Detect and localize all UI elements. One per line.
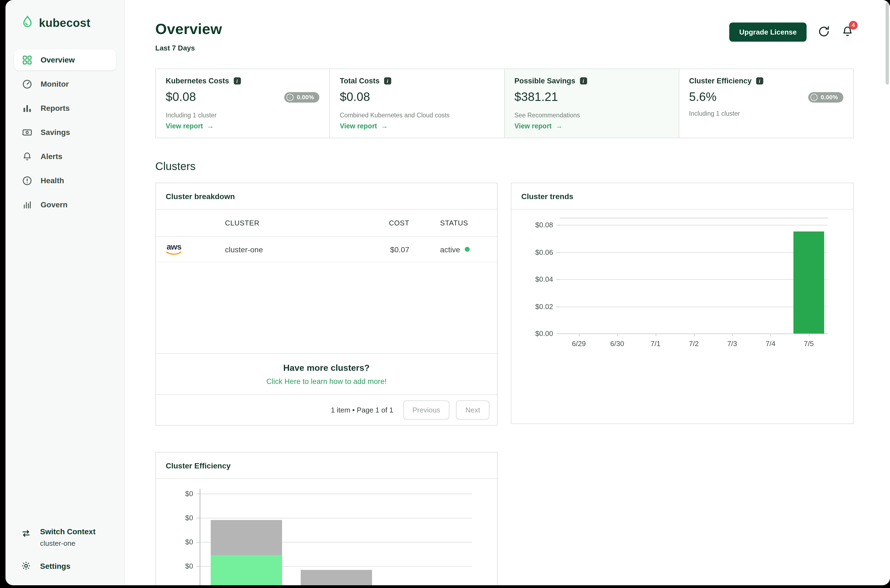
stat-card-description: See Recommendations [515,112,669,118]
stat-card-value: $0.08 [166,90,196,104]
sidebar-item-label: Savings [41,128,70,136]
arrow-right-icon: → [555,122,563,130]
bell-icon [22,151,32,162]
stat-card-title: Cluster Efficiency [689,77,752,85]
stat-card-value: 5.6% [689,90,717,104]
stat-card-title: Total Costs [340,77,380,85]
view-report-link[interactable]: View report → [340,122,494,130]
add-clusters-link[interactable]: Click Here to learn how to add more! [165,377,488,386]
switch-context[interactable]: Switch Context cluster-one [21,527,116,548]
info-icon[interactable]: i [234,77,241,84]
kubecost-logo-icon [21,15,34,31]
switch-arrows-icon [21,528,31,538]
total-cost-bar [301,570,372,585]
sidebar-nav: Overview Monitor Reports Savings [14,50,116,215]
stat-card-possible-savings: Possible Savings i $381.21 See Recommend… [504,69,679,138]
sidebar-item-savings[interactable]: Savings [14,122,116,142]
info-icon[interactable]: i [580,77,587,84]
stat-card-value: $0.08 [340,90,370,104]
view-report-link[interactable]: View report → [515,122,669,130]
cluster-trends-chart: $0.08$0.06$0.04$0.02$0.00 6/296/307/17/2… [560,218,828,348]
sidebar-item-label: Alerts [41,152,62,161]
sidebar-bottom: Switch Context cluster-one Settings [14,527,116,571]
stat-card-title: Possible Savings [515,77,575,85]
sidebar: kubecost Overview Monitor Reports [6,0,125,585]
more-clusters-section: Have more clusters? Click Here to learn … [156,353,497,394]
previous-page-button[interactable]: Previous [403,400,449,420]
page-title: Overview [155,21,222,38]
stat-cards: Kubernetes Costs i $0.08 ↓ 0.00% Includi… [155,69,854,138]
notification-count-badge: 4 [849,21,858,29]
cluster-status: active [409,245,497,254]
sidebar-item-label: Health [41,176,64,185]
header-controls: Upgrade License 4 [729,22,854,42]
settings-label: Settings [40,561,70,570]
arrow-down-icon: ↓ [287,93,294,100]
screen: kubecost Overview Monitor Reports [0,0,890,588]
page-header: Overview Last 7 Days Upgrade License 4 [155,21,854,52]
bar-chart-icon [22,103,32,113]
upgrade-license-button[interactable]: Upgrade License [729,22,807,42]
sidebar-item-reports[interactable]: Reports [14,98,116,118]
cluster-efficiency-chart: $0$0$0$0 [200,489,472,585]
date-range-label: Last 7 Days [155,44,222,52]
change-badge: ↓ 0.00% [284,92,319,102]
sidebar-item-label: Reports [41,104,70,112]
column-header-cluster: CLUSTER [225,219,344,227]
column-header-cost: COST [344,219,409,227]
aws-smile-icon [166,250,182,256]
sidebar-item-monitor[interactable]: Monitor [14,74,116,94]
cluster-efficiency-card: Cluster Efficiency $0$0$0$0 [155,452,498,585]
refresh-button[interactable] [818,25,830,39]
settings[interactable]: Settings [21,561,116,571]
stat-card-description: Including 1 cluster [166,112,320,118]
switch-context-label: Switch Context [40,527,96,536]
view-report-link[interactable]: View report → [166,122,320,130]
clusters-grid: Cluster breakdown CLUSTER COST STATUS aw… [155,183,854,585]
sidebar-item-overview[interactable]: Overview [14,50,116,70]
gauge-icon [22,79,32,89]
table-header: CLUSTER COST STATUS [156,210,497,237]
info-icon[interactable]: i [756,77,763,84]
gear-icon [21,561,31,571]
stat-card-cluster-efficiency: Cluster Efficiency i 5.6% ↓ 0.00% Includ… [679,69,854,138]
cluster-efficiency-title: Cluster Efficiency [156,453,497,479]
notifications-button[interactable]: 4 [841,25,854,39]
cluster-name: cluster-one [225,245,344,254]
arrow-down-icon: ↓ [810,93,818,100]
stat-card-value: $381.21 [515,90,558,104]
stat-card-title: Kubernetes Costs [166,77,229,85]
scrollbar-thumb[interactable] [885,2,889,84]
arrow-right-icon: → [207,122,214,130]
sidebar-item-label: Overview [41,56,75,64]
cluster-cost: $0.07 [344,245,409,254]
sidebar-item-alerts[interactable]: Alerts [14,146,116,167]
column-header-status: STATUS [409,219,497,227]
cluster-breakdown-card: Cluster breakdown CLUSTER COST STATUS aw… [155,183,498,426]
info-icon[interactable]: i [384,77,391,84]
app-window: kubecost Overview Monitor Reports [6,0,890,585]
table-empty-space [156,262,497,353]
sidebar-item-govern[interactable]: Govern [14,194,116,215]
stat-card-total-costs: Total Costs i $0.08 Combined Kubernetes … [330,69,505,138]
main-content: Overview Last 7 Days Upgrade License 4 [125,0,890,585]
cluster-breakdown-title: Cluster breakdown [156,183,497,210]
sidebar-item-health[interactable]: Health [14,170,116,191]
arrow-right-icon: → [381,122,388,130]
table-row[interactable]: aws cluster-one $0.07 active [156,237,497,262]
alert-circle-icon [22,175,32,186]
y-axis-line [200,489,200,585]
grid-icon [22,55,32,65]
stat-card-description: Including 1 cluster [689,110,843,117]
clusters-heading: Clusters [155,160,854,173]
brand-name: kubecost [39,16,90,30]
pagination: 1 item • Page 1 of 1 Previous Next [156,394,497,425]
stat-card-kubernetes-costs: Kubernetes Costs i $0.08 ↓ 0.00% Includi… [155,69,330,138]
next-page-button[interactable]: Next [456,400,489,420]
efficient-cost-bar [211,555,282,585]
kubecost-logo[interactable]: kubecost [14,15,116,31]
cluster-trends-title: Cluster trends [512,183,853,210]
scrollbar-track [884,0,890,585]
more-clusters-heading: Have more clusters? [165,363,488,373]
aws-logo: aws [165,243,183,256]
